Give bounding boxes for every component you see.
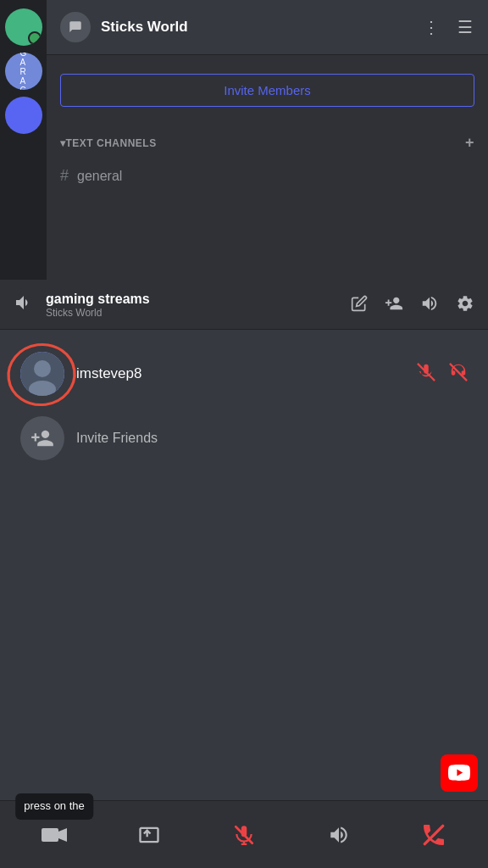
voice-title-block: gaming streams Sticks World [46, 292, 339, 319]
voice-channel-header: gaming streams Sticks World [0, 280, 488, 330]
sidebar-avatar-2[interactable]: GARAC [5, 53, 42, 90]
invite-members-button[interactable]: Invite Members [60, 74, 474, 107]
edit-icon[interactable] [351, 295, 368, 316]
settings-icon[interactable] [456, 294, 474, 317]
speaker-icon [14, 292, 34, 318]
voice-header-icons [351, 294, 474, 317]
voice-activity-icon[interactable] [420, 294, 439, 317]
chat-icon [60, 12, 91, 42]
deafened-icon [449, 363, 468, 385]
sidebar-avatar-3[interactable] [5, 97, 42, 134]
voice-overlay: gaming streams Sticks World [0, 280, 488, 868]
user-avatar-wrap [20, 352, 64, 396]
bottom-toolbar: press on the [0, 800, 488, 868]
more-icon[interactable]: ⋮ [422, 18, 441, 36]
channel-general[interactable]: # general [47, 160, 488, 192]
youtube-float-button[interactable] [441, 754, 478, 792]
add-channel-icon[interactable]: + [465, 134, 474, 152]
user-status-icons [417, 363, 468, 385]
channels-header: ▾ TEXT CHANNELS + [47, 125, 488, 160]
top-icons: ⋮ ☰ [422, 18, 474, 36]
channel-name: general [77, 169, 122, 184]
server-top-bar: Sticks World ⋮ ☰ [47, 0, 488, 55]
svg-marker-7 [58, 828, 67, 842]
sidebar-avatar-1[interactable] [5, 8, 42, 46]
svg-rect-4 [424, 364, 429, 374]
screen-share-button[interactable] [124, 810, 175, 860]
svg-point-1 [34, 360, 51, 377]
server-name: Sticks World [101, 19, 422, 36]
mute-button[interactable] [219, 810, 269, 860]
volume-button[interactable] [313, 810, 364, 860]
hashtag-icon: # [60, 167, 69, 185]
voice-channel-name: gaming streams [46, 292, 339, 307]
left-sidebar: GARAC [0, 0, 47, 280]
background-panel: GARAC Sticks World ⋮ ☰ Invite Members ▾ … [0, 0, 488, 280]
invite-friends-icon [20, 416, 64, 460]
invite-friends-label: Invite Friends [76, 431, 158, 446]
camera-button[interactable]: press on the [29, 810, 80, 860]
voice-server-name: Sticks World [46, 307, 339, 319]
user-avatar [20, 352, 64, 396]
add-user-icon[interactable] [385, 294, 403, 317]
username-label: imstevep8 [76, 365, 417, 382]
hangup-button[interactable] [408, 810, 459, 860]
user-list: imstevep8 [0, 330, 488, 868]
menu-icon[interactable]: ☰ [456, 18, 474, 36]
user-item-imstevep8[interactable]: imstevep8 [14, 343, 474, 404]
invite-friends-item[interactable]: Invite Friends [14, 408, 474, 469]
svg-rect-6 [42, 828, 58, 842]
muted-mic-icon [417, 363, 435, 385]
